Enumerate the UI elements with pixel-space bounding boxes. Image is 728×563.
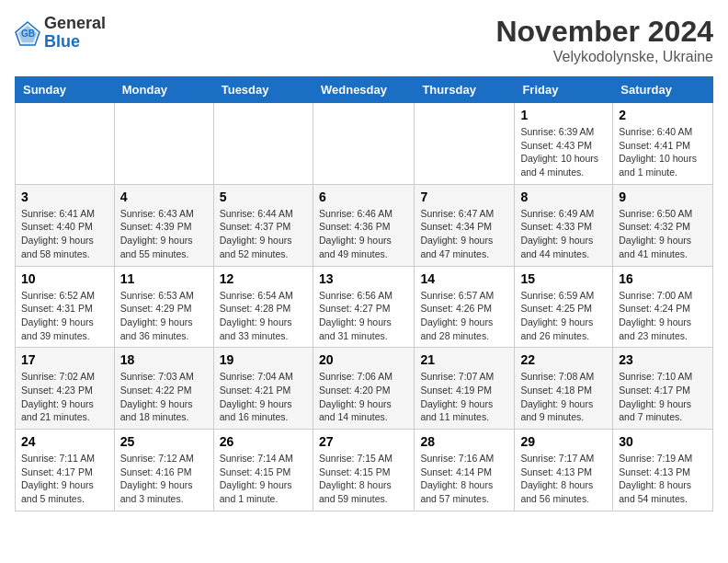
day-info: Sunrise: 6:41 AMSunset: 4:40 PMDaylight:… <box>21 207 108 261</box>
column-header-monday: Monday <box>114 77 213 103</box>
calendar-cell: 15Sunrise: 6:59 AMSunset: 4:25 PMDayligh… <box>515 266 613 348</box>
day-info: Sunrise: 6:39 AMSunset: 4:43 PMDaylight:… <box>520 125 607 179</box>
day-info: Sunrise: 7:03 AMSunset: 4:22 PMDaylight:… <box>120 370 208 424</box>
calendar-cell: 3Sunrise: 6:41 AMSunset: 4:40 PMDaylight… <box>16 184 115 266</box>
day-info: Sunrise: 6:59 AMSunset: 4:25 PMDaylight:… <box>520 289 607 343</box>
column-header-sunday: Sunday <box>16 77 115 103</box>
calendar-header-row: SundayMondayTuesdayWednesdayThursdayFrid… <box>16 77 713 103</box>
day-number: 4 <box>120 190 208 204</box>
day-info: Sunrise: 6:43 AMSunset: 4:39 PMDaylight:… <box>120 207 208 261</box>
calendar-cell: 29Sunrise: 7:17 AMSunset: 4:13 PMDayligh… <box>515 430 613 511</box>
calendar-week-5: 24Sunrise: 7:11 AMSunset: 4:17 PMDayligh… <box>16 430 713 511</box>
calendar-cell: 19Sunrise: 7:04 AMSunset: 4:21 PMDayligh… <box>213 348 313 430</box>
day-number: 21 <box>420 352 508 367</box>
day-info: Sunrise: 7:16 AMSunset: 4:14 PMDaylight:… <box>420 452 508 506</box>
calendar-cell: 14Sunrise: 6:57 AMSunset: 4:26 PMDayligh… <box>415 266 515 348</box>
day-number: 18 <box>120 352 208 367</box>
day-number: 5 <box>220 190 307 204</box>
day-info: Sunrise: 6:49 AMSunset: 4:33 PMDaylight:… <box>520 207 607 261</box>
day-number: 20 <box>319 352 408 367</box>
calendar-cell <box>313 103 414 185</box>
day-info: Sunrise: 6:46 AMSunset: 4:36 PMDaylight:… <box>319 207 408 261</box>
calendar-cell: 26Sunrise: 7:14 AMSunset: 4:15 PMDayligh… <box>213 430 313 511</box>
header: GB General Blue November 2024 Velykodoly… <box>15 15 713 65</box>
calendar-cell: 12Sunrise: 6:54 AMSunset: 4:28 PMDayligh… <box>213 266 313 348</box>
calendar-cell: 7Sunrise: 6:47 AMSunset: 4:34 PMDaylight… <box>415 184 515 266</box>
day-info: Sunrise: 6:57 AMSunset: 4:26 PMDaylight:… <box>420 289 508 343</box>
day-info: Sunrise: 6:50 AMSunset: 4:32 PMDaylight:… <box>619 207 707 261</box>
day-info: Sunrise: 7:06 AMSunset: 4:20 PMDaylight:… <box>319 370 408 424</box>
calendar-week-4: 17Sunrise: 7:02 AMSunset: 4:23 PMDayligh… <box>16 348 713 430</box>
calendar-table: SundayMondayTuesdayWednesdayThursdayFrid… <box>15 76 713 511</box>
column-header-thursday: Thursday <box>415 77 515 103</box>
day-number: 29 <box>520 434 607 449</box>
day-number: 12 <box>220 271 307 286</box>
calendar-cell: 17Sunrise: 7:02 AMSunset: 4:23 PMDayligh… <box>16 348 115 430</box>
day-info: Sunrise: 6:56 AMSunset: 4:27 PMDaylight:… <box>319 289 408 343</box>
calendar-body: 1Sunrise: 6:39 AMSunset: 4:43 PMDaylight… <box>16 103 713 511</box>
day-info: Sunrise: 6:40 AMSunset: 4:41 PMDaylight:… <box>619 125 707 179</box>
calendar-cell: 10Sunrise: 6:52 AMSunset: 4:31 PMDayligh… <box>16 266 115 348</box>
column-header-saturday: Saturday <box>613 77 713 103</box>
calendar-cell <box>415 103 515 185</box>
day-info: Sunrise: 6:54 AMSunset: 4:28 PMDaylight:… <box>220 289 307 343</box>
calendar-cell: 27Sunrise: 7:15 AMSunset: 4:15 PMDayligh… <box>313 430 414 511</box>
calendar-cell: 1Sunrise: 6:39 AMSunset: 4:43 PMDaylight… <box>515 103 613 185</box>
logo-text: General Blue <box>44 15 106 52</box>
calendar-cell: 9Sunrise: 6:50 AMSunset: 4:32 PMDaylight… <box>613 184 713 266</box>
day-number: 30 <box>619 434 707 449</box>
day-number: 16 <box>619 271 707 286</box>
day-number: 19 <box>220 352 307 367</box>
month-title: November 2024 <box>495 15 713 49</box>
day-info: Sunrise: 7:08 AMSunset: 4:18 PMDaylight:… <box>520 370 607 424</box>
day-number: 3 <box>21 190 108 204</box>
day-info: Sunrise: 7:17 AMSunset: 4:13 PMDaylight:… <box>520 452 607 506</box>
day-info: Sunrise: 7:04 AMSunset: 4:21 PMDaylight:… <box>220 370 307 424</box>
day-number: 15 <box>520 271 607 286</box>
calendar-week-3: 10Sunrise: 6:52 AMSunset: 4:31 PMDayligh… <box>16 266 713 348</box>
calendar-week-2: 3Sunrise: 6:41 AMSunset: 4:40 PMDaylight… <box>16 184 713 266</box>
day-info: Sunrise: 7:19 AMSunset: 4:13 PMDaylight:… <box>619 452 707 506</box>
day-info: Sunrise: 6:47 AMSunset: 4:34 PMDaylight:… <box>420 207 508 261</box>
day-info: Sunrise: 6:44 AMSunset: 4:37 PMDaylight:… <box>220 207 307 261</box>
day-number: 2 <box>619 108 707 122</box>
logo-icon: GB <box>15 20 40 46</box>
calendar-cell: 13Sunrise: 6:56 AMSunset: 4:27 PMDayligh… <box>313 266 414 348</box>
calendar-cell <box>114 103 213 185</box>
calendar-cell: 22Sunrise: 7:08 AMSunset: 4:18 PMDayligh… <box>515 348 613 430</box>
calendar-cell: 2Sunrise: 6:40 AMSunset: 4:41 PMDaylight… <box>613 103 713 185</box>
location: Velykodolynske, Ukraine <box>495 49 713 65</box>
day-number: 10 <box>21 271 108 286</box>
calendar-cell <box>213 103 313 185</box>
calendar-cell <box>16 103 115 185</box>
calendar-cell: 24Sunrise: 7:11 AMSunset: 4:17 PMDayligh… <box>16 430 115 511</box>
svg-text:GB: GB <box>21 29 35 39</box>
day-number: 25 <box>120 434 208 449</box>
day-info: Sunrise: 7:15 AMSunset: 4:15 PMDaylight:… <box>319 452 408 506</box>
column-header-friday: Friday <box>515 77 613 103</box>
day-info: Sunrise: 7:14 AMSunset: 4:15 PMDaylight:… <box>220 452 307 506</box>
calendar-cell: 20Sunrise: 7:06 AMSunset: 4:20 PMDayligh… <box>313 348 414 430</box>
day-number: 28 <box>420 434 508 449</box>
calendar-cell: 5Sunrise: 6:44 AMSunset: 4:37 PMDaylight… <box>213 184 313 266</box>
calendar-cell: 8Sunrise: 6:49 AMSunset: 4:33 PMDaylight… <box>515 184 613 266</box>
column-header-tuesday: Tuesday <box>213 77 313 103</box>
day-number: 8 <box>520 190 607 204</box>
calendar-cell: 25Sunrise: 7:12 AMSunset: 4:16 PMDayligh… <box>114 430 213 511</box>
calendar-cell: 6Sunrise: 6:46 AMSunset: 4:36 PMDaylight… <box>313 184 414 266</box>
calendar-week-1: 1Sunrise: 6:39 AMSunset: 4:43 PMDaylight… <box>16 103 713 185</box>
day-number: 27 <box>319 434 408 449</box>
day-number: 7 <box>420 190 508 204</box>
day-number: 11 <box>120 271 208 286</box>
day-info: Sunrise: 6:53 AMSunset: 4:29 PMDaylight:… <box>120 289 208 343</box>
calendar-cell: 28Sunrise: 7:16 AMSunset: 4:14 PMDayligh… <box>415 430 515 511</box>
calendar-cell: 18Sunrise: 7:03 AMSunset: 4:22 PMDayligh… <box>114 348 213 430</box>
day-number: 24 <box>21 434 108 449</box>
day-number: 14 <box>420 271 508 286</box>
day-number: 9 <box>619 190 707 204</box>
calendar-cell: 16Sunrise: 7:00 AMSunset: 4:24 PMDayligh… <box>613 266 713 348</box>
calendar-cell: 21Sunrise: 7:07 AMSunset: 4:19 PMDayligh… <box>415 348 515 430</box>
day-info: Sunrise: 6:52 AMSunset: 4:31 PMDaylight:… <box>21 289 108 343</box>
day-info: Sunrise: 7:11 AMSunset: 4:17 PMDaylight:… <box>21 452 108 506</box>
day-number: 13 <box>319 271 408 286</box>
